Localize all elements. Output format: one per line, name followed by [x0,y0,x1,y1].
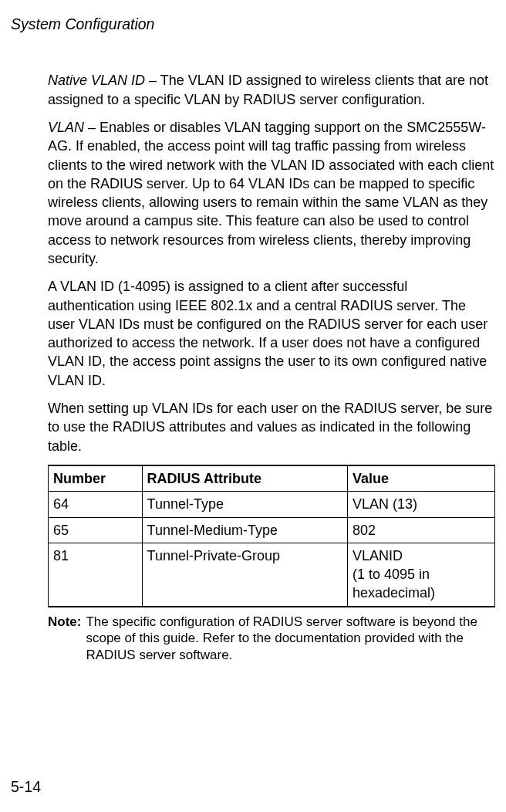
page-number: 5-14 [11,776,41,797]
note-label: Note: [48,614,86,664]
cell-number: 65 [49,517,143,543]
header-attribute: RADIUS Attribute [142,465,347,492]
text-vlan: – Enables or disables VLAN tagging suppo… [48,120,494,266]
note-block: Note: The specific configuration of RADI… [48,614,495,664]
cell-attribute: Tunnel-Type [142,492,347,517]
table-row: 81 Tunnel-Private-Group VLANID(1 to 4095… [49,543,495,606]
section-header: System Configuration [11,14,497,34]
cell-value: VLAN (13) [347,492,494,517]
header-value: Value [347,465,494,492]
cell-attribute: Tunnel-Private-Group [142,543,347,606]
paragraph-native-vlan: Native VLAN ID – The VLAN ID assigned to… [48,71,495,109]
radius-attributes-table: Number RADIUS Attribute Value 64 Tunnel-… [48,465,495,607]
table-row: 64 Tunnel-Type VLAN (13) [49,492,495,517]
term-vlan: VLAN [48,120,84,135]
paragraph-vlan: VLAN – Enables or disables VLAN tagging … [48,118,495,268]
table-row: 65 Tunnel-Medium-Type 802 [49,517,495,543]
paragraph-radius-setup: When setting up VLAN IDs for each user o… [48,399,495,455]
cell-number: 81 [49,543,143,606]
cell-value: VLANID(1 to 4095 in hexadecimal) [347,543,494,606]
note-text: The specific configuration of RADIUS ser… [86,614,495,664]
cell-number: 64 [49,492,143,517]
term-native-vlan: Native VLAN ID [48,73,145,88]
table-header-row: Number RADIUS Attribute Value [49,465,495,492]
page-content: Native VLAN ID – The VLAN ID assigned to… [11,71,497,664]
paragraph-vlan-id-assignment: A VLAN ID (1-4095) is assigned to a clie… [48,277,495,390]
cell-value: 802 [347,517,494,543]
header-number: Number [49,465,143,492]
cell-attribute: Tunnel-Medium-Type [142,517,347,543]
